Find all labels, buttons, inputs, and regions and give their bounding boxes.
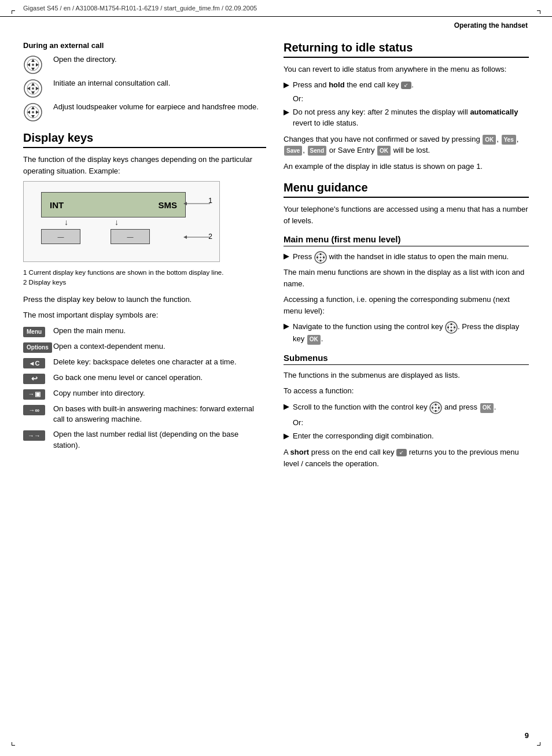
press-display-key-text: Press the display key below to launch th… (23, 294, 266, 305)
symbol-text-menu: Open the main menu. (53, 326, 266, 337)
submenus-bullet-1: ▶ Scroll to the function with the contro… (284, 401, 529, 414)
corner-mark-tr (537, 10, 540, 14)
page-number: 9 (525, 731, 529, 740)
submenus-para1: The functions in the submenus are displa… (284, 370, 529, 381)
submenus-heading: Submenus (284, 353, 529, 365)
save-badge: Save (284, 146, 302, 156)
yes-badge: Yes (502, 135, 516, 145)
main-menu-bullet-2: ▶ Navigate to the function using the con… (284, 321, 529, 345)
footnote-2: 2 Display keys (23, 278, 266, 287)
menu-guidance-intro: Your telephone's functions are accessed … (284, 204, 529, 226)
external-call-row-3: Adjust loudspeaker volume for earpiece a… (23, 102, 266, 122)
external-call-text-3: Adjust loudspeaker volume for earpiece a… (53, 102, 266, 113)
symbol-row-redial: →→ Open the last number redial list (dep… (23, 429, 266, 451)
bullet-arrow-4: ▶ (284, 322, 289, 330)
bullet-arrow-6: ▶ (284, 432, 289, 440)
symbol-cell-answer: →∞ (23, 404, 53, 415)
returning-idle-section: Returning to idle status You can revert … (284, 41, 529, 172)
external-call-row-1: Open the directory. (23, 54, 266, 75)
control-icon-3 (23, 102, 43, 122)
external-call-text-1: Open the directory. (53, 54, 266, 65)
control-key-inline-2 (445, 321, 458, 334)
icon-cell-1 (23, 54, 53, 75)
symbol-cell-menu: Menu (23, 326, 53, 337)
external-call-text-2: Initiate an internal consultation call. (53, 78, 266, 89)
display-diagram: INT SMS ↓ ↓ — — 1 (23, 181, 220, 262)
during-external-call-heading: During an external call (23, 41, 266, 50)
main-menu-bullet-text-2: Navigate to the function using the contr… (293, 321, 529, 345)
ok-badge-3: OK (307, 335, 321, 345)
main-menu-subsection: Main menu (first menu level) ▶ Press (284, 234, 529, 345)
returning-bullet-text-1: Press and hold the end call key ↙. (293, 80, 529, 91)
display-keys-intro: The function of the display keys changes… (23, 154, 266, 176)
svg-marker-3 (31, 68, 35, 71)
symbol-text-copy: Copy number into directory. (53, 388, 266, 399)
control-key-inline-3 (429, 401, 442, 414)
symbol-row-options: Options Open a context-dependent menu. (23, 341, 266, 353)
symbols-heading-text: The most important display symbols are: (23, 309, 266, 321)
svg-point-21 (32, 111, 34, 113)
submenus-para2: To access a function: (284, 385, 529, 397)
display-keys-heading: Display keys (23, 131, 266, 148)
symbol-row-menu: Menu Open the main menu. (23, 326, 266, 337)
menu-guidance-heading: Menu guidance (284, 181, 529, 198)
control-icon-2 (23, 79, 43, 98)
submenus-bullet-2: ▶ Enter the corresponding digit combinat… (284, 431, 529, 442)
svg-marker-11 (27, 87, 30, 90)
svg-point-46 (435, 407, 437, 408)
main-menu-para1: The main menu functions are shown in the… (284, 267, 529, 289)
main-menu-heading: Main menu (first menu level) (284, 234, 529, 246)
symbol-cell-redial: →→ (23, 429, 53, 441)
answer-badge: →∞ (23, 405, 45, 415)
symbol-cell-copy: →▣ (23, 388, 53, 400)
symbol-text-redial: Open the last number redial list (depend… (53, 429, 266, 451)
send-badge: Send (308, 146, 326, 156)
svg-marker-9 (31, 83, 35, 86)
control-key-inline-1 (314, 251, 327, 264)
svg-point-6 (32, 64, 34, 66)
svg-point-13 (32, 87, 34, 90)
symbol-row-copy: →▣ Copy number into directory. (23, 388, 266, 400)
delete-badge: ◄C (23, 358, 45, 368)
svg-marker-17 (31, 106, 35, 109)
header-text: Gigaset S45 / en / A31008-M1754-R101-1-6… (23, 5, 257, 12)
symbol-cell-delete: ◄C (23, 357, 53, 368)
svg-marker-12 (36, 87, 39, 90)
menu-guidance-section: Menu guidance Your telephone's functions… (284, 181, 529, 469)
corner-mark-tl (12, 10, 15, 14)
svg-marker-5 (36, 63, 39, 67)
returning-bullet-1: ▶ Press and hold the end call key ↙. (284, 80, 529, 91)
svg-marker-18 (31, 115, 35, 118)
svg-marker-20 (36, 110, 39, 114)
returning-idle-intro: You can revert to idle status from anywh… (284, 64, 529, 75)
bullet-arrow-2: ▶ (284, 108, 289, 116)
bullet-arrow-5: ▶ (284, 402, 289, 411)
copy-badge: →▣ (23, 389, 45, 400)
external-call-row-2: Initiate an internal consultation call. (23, 78, 266, 98)
bullet-arrow-3: ▶ (284, 252, 289, 260)
ok-badge: OK (483, 135, 496, 145)
operating-label: Operating the handset (0, 17, 552, 29)
page-header: Gigaset S45 / en / A31008-M1754-R101-1-6… (0, 0, 552, 17)
returning-para1: Changes that you have not confirmed or s… (284, 134, 529, 156)
svg-marker-23 (183, 202, 187, 205)
right-column: Returning to idle status You can revert … (284, 41, 529, 474)
symbol-text-options: Open a context-dependent menu. (53, 341, 266, 352)
symbol-cell-back: ↩ (23, 373, 53, 384)
end-call-key-icon-2: ↙ (396, 449, 407, 456)
svg-marker-4 (27, 63, 30, 67)
corner-mark-bl (12, 742, 15, 746)
symbols-list: Menu Open the main menu. Options Open a … (23, 326, 266, 451)
returning-bullet-2: ▶ Do not press any key: after 2 minutes … (284, 107, 529, 129)
corner-mark-br (537, 742, 540, 746)
symbol-row-answer: →∞ On bases with built-in answering mach… (23, 404, 266, 426)
submenus-bullet-text-1: Scroll to the function with the control … (293, 401, 529, 414)
display-keys-section: Display keys The function of the display… (23, 131, 266, 451)
svg-point-32 (319, 257, 321, 259)
submenus-para3: A short press on the end call key ↙ retu… (284, 447, 529, 469)
options-badge: Options (23, 342, 52, 353)
icon-cell-2 (23, 78, 53, 98)
returning-para2: An example of the display in idle status… (284, 161, 529, 172)
main-menu-para2: Accessing a function, i.e. opening the c… (284, 294, 529, 316)
main-menu-bullet-1: ▶ Press with the handset in idle s (284, 251, 529, 264)
